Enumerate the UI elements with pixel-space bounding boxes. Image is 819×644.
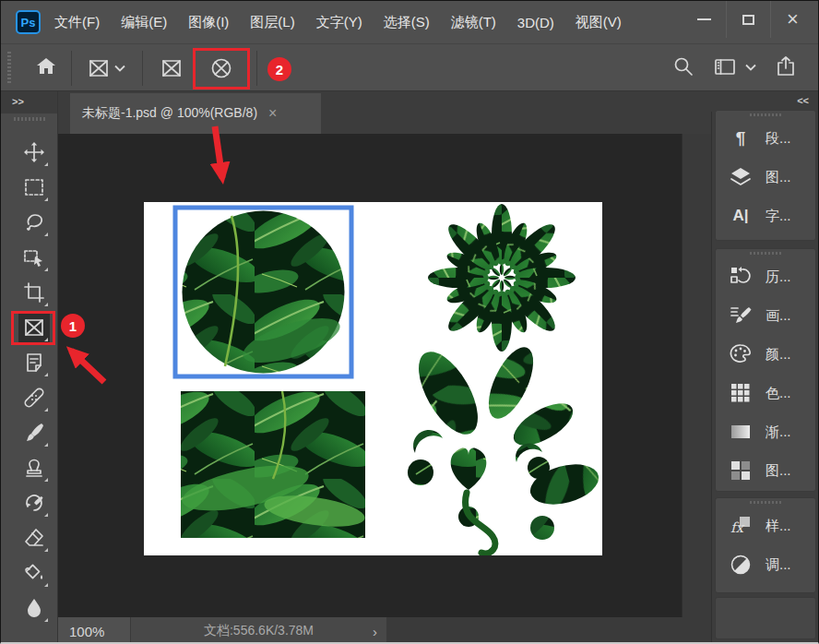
tool-flyout-indicator (44, 478, 48, 482)
panel-button-label: 历... (766, 268, 791, 286)
menu-item-1[interactable]: 编辑(E) (121, 14, 167, 31)
tab-bar: 未标题-1.psd @ 100%(RGB/8) × (58, 91, 711, 134)
panel-button-label: 调... (766, 556, 791, 574)
gradient-icon (729, 420, 753, 444)
tool-note-tool[interactable] (18, 347, 50, 378)
rect-frame-option-button[interactable] (160, 56, 184, 84)
options-grip[interactable] (7, 52, 11, 85)
svg-text:fx: fx (730, 519, 745, 536)
panel-button-gradient[interactable]: 渐... (716, 412, 815, 451)
menu-item-0[interactable]: 文件(F) (54, 14, 100, 31)
panel-button-paragraph[interactable]: ¶段... (716, 119, 815, 158)
menu-item-6[interactable]: 滤镜(T) (451, 14, 496, 31)
zoom-level-field[interactable]: 100% (58, 617, 130, 644)
tool-object-selection-tool[interactable] (18, 242, 50, 273)
current-tool-button[interactable] (87, 56, 111, 84)
panel-button-color[interactable]: 颜... (716, 335, 815, 374)
window-controls: × (682, 1, 814, 38)
panel-button-label: 渐... (766, 423, 791, 441)
menu-item-7[interactable]: 3D(D) (517, 15, 554, 30)
document-tab[interactable]: 未标题-1.psd @ 100%(RGB/8) × (70, 93, 321, 134)
tool-history-brush-tool[interactable] (18, 487, 50, 519)
styles-icon: fx (729, 514, 753, 538)
pattern-icon (729, 459, 753, 483)
tool-lasso-tool[interactable] (18, 207, 50, 238)
maximize-icon (742, 15, 754, 25)
panel-button-history[interactable]: 历... (716, 257, 815, 296)
tool-preset-chevron[interactable] (113, 62, 126, 78)
close-icon: × (787, 9, 799, 30)
tool-crop-tool[interactable] (18, 277, 50, 308)
menu-item-8[interactable]: 视图(V) (576, 14, 622, 31)
panel-group-grip[interactable] (716, 111, 815, 119)
tool-rectangular-marquee-tool[interactable] (18, 172, 50, 203)
tool-eraser-tool[interactable] (18, 522, 50, 554)
panel-button-styles[interactable]: fx样... (716, 507, 815, 545)
swatches-icon (729, 381, 753, 405)
panel-button-swatches[interactable]: 色... (716, 374, 815, 412)
panel-button-label: 图... (766, 169, 791, 186)
panel-group-styles: fx样...调... (715, 497, 816, 593)
panel-button-layers[interactable]: 图... (716, 158, 815, 197)
share-icon (774, 66, 798, 81)
panel-group-presets: 历...画...颜...色...渐...图... (715, 248, 816, 492)
panel-button-label: 色... (766, 385, 791, 402)
plant-cutout (407, 340, 602, 554)
close-button[interactable]: × (770, 1, 814, 38)
panel-group-grip[interactable] (716, 498, 815, 507)
minimize-button[interactable] (682, 1, 726, 38)
menu-item-2[interactable]: 图像(I) (188, 14, 229, 31)
workspace-button[interactable] (713, 55, 737, 83)
panel-group-empty (715, 597, 816, 639)
tool-move-tool[interactable] (18, 137, 50, 168)
tab-close-icon[interactable]: × (268, 105, 277, 122)
tool-paint-bucket-tool[interactable] (18, 557, 50, 589)
maximize-button[interactable] (726, 1, 770, 38)
status-chevron-icon[interactable]: › (373, 624, 377, 639)
document-artwork (144, 202, 602, 555)
panel-button-pattern[interactable]: 图... (716, 451, 815, 490)
right-panel-collapse[interactable]: << (711, 91, 819, 112)
menu-item-5[interactable]: 选择(S) (384, 14, 430, 31)
tool-flyout-indicator (44, 618, 48, 622)
tool-flyout-indicator (44, 373, 48, 376)
tool-flyout-indicator (44, 408, 48, 411)
panel-button-label: 段... (766, 130, 791, 148)
chevron-down-icon (744, 61, 757, 77)
workspace-chevron[interactable] (744, 61, 757, 78)
share-button[interactable] (774, 54, 798, 82)
panel-group-grip[interactable] (716, 249, 815, 257)
tool-healing-brush-tool[interactable] (18, 382, 50, 413)
tool-flyout-indicator (44, 548, 48, 552)
search-button[interactable] (671, 54, 695, 82)
tools-panel-grip[interactable] (14, 117, 45, 121)
tool-flyout-indicator (44, 162, 48, 166)
paragraph-icon: ¶ (729, 126, 753, 150)
menu-item-3[interactable]: 图层(L) (250, 14, 294, 31)
document-canvas[interactable] (144, 202, 602, 555)
panel-button-label: 颜... (766, 346, 791, 364)
canvas-area[interactable] (58, 134, 682, 617)
tool-brush-tool[interactable] (18, 417, 50, 448)
document-info[interactable]: 文档:556.6K/3.78M › (131, 617, 386, 644)
panel-gutter (682, 134, 711, 617)
tool-clone-stamp-tool[interactable] (18, 452, 50, 483)
tools-panel-expand[interactable]: >> (1, 91, 57, 113)
tool-blur-tool[interactable] (18, 592, 50, 624)
home-button[interactable] (34, 54, 58, 82)
photoshop-window: Ps 文件(F)编辑(E)图像(I)图层(L)文字(Y)选择(S)滤镜(T)3D… (0, 0, 819, 644)
minimize-icon (697, 18, 711, 20)
tool-flyout-indicator (44, 513, 48, 517)
title-bar: Ps 文件(F)编辑(E)图像(I)图层(L)文字(Y)选择(S)滤镜(T)3D… (1, 1, 819, 43)
menu-item-4[interactable]: 文字(Y) (316, 14, 362, 31)
tool-flyout-indicator (44, 268, 48, 271)
menu-bar: 文件(F)编辑(E)图像(I)图层(L)文字(Y)选择(S)滤镜(T)3D(D)… (54, 1, 622, 43)
panel-button-character[interactable]: A|字... (716, 197, 815, 235)
document-tab-title: 未标题-1.psd @ 100%(RGB/8) (82, 105, 257, 122)
panel-button-adjustments[interactable]: 调... (716, 545, 815, 584)
search-icon (671, 66, 695, 81)
annotation-badge-2: 2 (267, 57, 291, 81)
panel-button-brushes[interactable]: 画... (716, 296, 815, 335)
tool-flyout-indicator (44, 303, 48, 306)
ps-logo: Ps (16, 10, 41, 34)
